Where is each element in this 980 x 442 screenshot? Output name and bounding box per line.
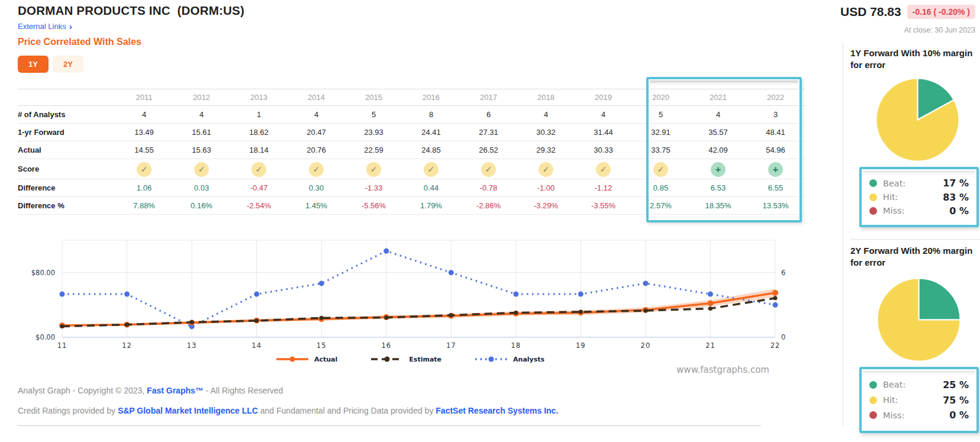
legend-swatch [474,355,508,363]
table-cell: 29.32 [517,141,575,159]
table-cell: 14.55 [115,141,173,159]
legend-value: 0 % [949,205,969,217]
series-marker-estimate [514,311,518,315]
legend-label: Hit: [883,395,898,405]
y-axis-tick-left: $0.00 [36,333,55,341]
legend-item-analysts: Analysts [474,355,544,363]
table-cell: 20.47 [288,124,345,141]
year-header: 2018 [517,89,575,106]
table-cell: 15.61 [173,124,230,141]
year-header: 2011 [115,89,173,106]
table-cell: 13.49 [115,124,173,141]
series-marker-estimate [449,313,453,317]
table-cell: 18.62 [230,124,288,141]
at-close-timestamp: At close: 30 Jun 2023 [904,26,975,34]
pie-legend-row: Beat:17 % [869,178,969,189]
table-cell: 1.06 [115,179,173,197]
table-cell: 2.57% [632,197,689,215]
table-cell: -1.12 [575,179,632,197]
table-cell: -3.29% [517,197,575,215]
table-cell: 0.03 [173,179,230,197]
range-button-2y[interactable]: 2Y [53,56,83,73]
fastgraphs-link[interactable]: Fast Graphs™ [147,386,204,395]
price-change-badge: -0.16 ( -0.20% ) [907,5,975,19]
score-cell: + [689,159,747,179]
price-sales-chart: $0.00$80.0006111213141516171819202122 [15,233,805,362]
table-cell: 1 [230,106,288,124]
x-axis-tick: 12 [122,341,132,350]
table-cell: 4 [517,106,575,124]
table-cell: 4 [173,106,230,124]
pie-title-2y: 2Y Forward With 20% margin for error [850,245,978,269]
table-cell: 0.16% [173,197,230,215]
external-links-label: External Links [18,22,66,31]
series-marker-analysts [124,292,130,297]
score-check-icon: ✓ [424,162,439,177]
table-cell: 54.96 [747,141,804,159]
table-cell: 22.59 [345,141,402,159]
score-cell: ✓ [115,159,173,179]
table-cell: -2.54% [230,197,288,215]
score-cell: ✓ [230,159,288,179]
legend-label: Hit: [883,192,898,202]
series-marker-estimate [773,296,778,300]
rights-text: - All Rights Reserved [204,386,283,395]
score-cell: ✓ [575,159,632,179]
data-providers-line: Credit Ratings provided by S&P Global Ma… [18,406,558,415]
pie-legend-row: Hit:83 % [869,192,969,203]
row-label: Actual [18,141,115,159]
external-links-link[interactable]: External Links › [18,22,72,31]
table-cell: 4 [115,106,173,124]
copyright-line: Analyst Graph - Copyright © 2023, Fast G… [18,386,283,395]
series-marker-analysts [708,292,713,297]
series-marker-estimate [384,315,388,320]
legend-value: 75 % [943,395,969,406]
range-button-1y[interactable]: 1Y [18,56,49,73]
range-toggle: 1Y 2Y [18,56,83,73]
sp-global-link[interactable]: S&P Global Market Intelligence LLC [118,406,258,415]
table-cell: 32.91 [632,124,689,141]
score-check-icon: ✓ [596,162,611,177]
series-marker-estimate [643,309,647,313]
legend-dot-icon [869,396,877,404]
score-plus-icon: + [711,162,726,177]
table-cell: 0.44 [402,179,460,197]
table-cell: 27.31 [460,124,517,141]
table-cell: 26.52 [460,141,517,159]
x-axis-tick: 18 [511,341,521,350]
x-axis-tick: 16 [381,341,391,350]
year-header: 2015 [345,89,402,106]
copyright-text: Analyst Graph - Copyright © 2023, [18,386,147,395]
row-label: 1-yr Forward [18,124,115,141]
watermark-url: www.fastgraphs.com [651,364,769,375]
table-cell: -0.78 [460,179,517,197]
fundamental-data-text: and Fundamental and Pricing Data provide… [258,406,436,415]
year-header: 2016 [402,89,460,106]
legend-swatch [370,355,404,363]
pie-legend-row: Beat:25 % [869,379,969,391]
legend-dot-icon [869,193,877,201]
score-cell: ✓ [173,159,230,179]
series-marker-analysts [254,292,259,297]
table-cell: 13.53% [747,197,804,215]
sidebar-divider [843,43,843,426]
pie-legend-row: Hit:75 % [869,395,969,406]
fastgraphs-analyst-page: DORMAN PRODUCTS INC (DORM:US) External L… [0,0,980,442]
x-axis-tick: 13 [187,341,197,350]
legend-label: Miss: [883,206,905,215]
legend-value: 17 % [943,178,969,189]
chart-legend: ActualEstimateAnalysts [275,355,544,363]
legend-value: 25 % [943,379,969,391]
table-cell: 4 [689,106,747,124]
year-header: 2022 [747,89,804,106]
bottom-divider [18,425,761,426]
table-cell: 4 [575,106,632,124]
series-marker-analysts [383,249,389,254]
x-axis-tick: 20 [641,341,651,350]
x-axis-tick: 14 [252,341,262,350]
year-header: 2021 [689,89,747,106]
score-cell: ✓ [460,159,517,179]
factset-link[interactable]: FactSet Research Systems Inc. [436,406,558,415]
series-marker-estimate [254,319,259,323]
table-cell: 30.33 [575,141,632,159]
